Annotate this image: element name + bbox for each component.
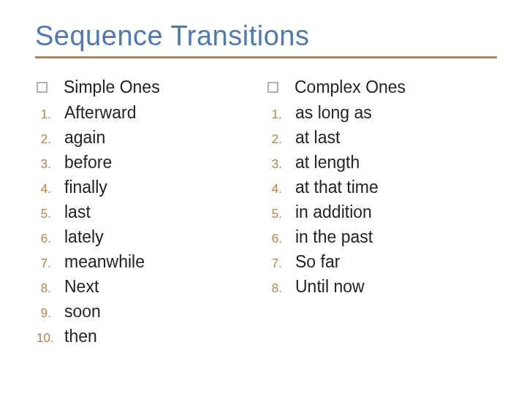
list-item: 2.at last — [267, 128, 497, 148]
item-text: then — [64, 327, 97, 346]
item-number: 10. — [37, 331, 64, 346]
list-item: 4.finally — [37, 178, 266, 197]
item-number: 2. — [267, 132, 295, 147]
item-text: Until now — [295, 277, 365, 297]
list-item: 1.Afterward — [37, 103, 266, 123]
item-number: 3. — [267, 157, 295, 172]
square-bullet-icon — [37, 82, 48, 93]
item-number: 5. — [37, 207, 64, 221]
right-heading-row: Complex Ones — [267, 77, 497, 97]
slide: Sequence Transitions Simple Ones 1.After… — [0, 0, 532, 399]
item-number: 6. — [37, 232, 64, 246]
list-item: 7.So far — [267, 252, 497, 272]
item-number: 4. — [37, 182, 64, 197]
item-text: in the past — [295, 227, 373, 247]
item-text: at last — [295, 128, 340, 148]
list-item: 5.last — [37, 202, 266, 222]
list-item: 6.lately — [37, 227, 266, 247]
item-number: 7. — [37, 256, 64, 271]
item-text: last — [64, 202, 91, 222]
title-underline — [35, 56, 497, 58]
list-item: 3.at length — [267, 153, 497, 172]
item-text: So far — [295, 252, 340, 272]
slide-title: Sequence Transitions — [35, 20, 497, 52]
item-number: 3. — [37, 157, 64, 172]
item-text: before — [64, 153, 112, 172]
list-item: 5.in addition — [267, 202, 497, 222]
item-text: meanwhile — [64, 252, 145, 272]
item-text: Next — [64, 277, 99, 297]
item-text: again — [64, 128, 105, 148]
square-bullet-icon — [267, 82, 278, 93]
item-text: soon — [64, 302, 101, 322]
item-text: lately — [64, 227, 104, 247]
item-number: 6. — [267, 232, 295, 246]
list-item: 10.then — [37, 327, 266, 346]
left-heading: Simple Ones — [64, 77, 160, 97]
item-number: 1. — [37, 107, 64, 122]
list-item: 8.Next — [37, 277, 266, 297]
item-text: at that time — [295, 178, 379, 197]
list-item: 8.Until now — [267, 277, 497, 297]
item-number: 8. — [37, 281, 64, 296]
list-item: 3.before — [37, 153, 266, 172]
item-number: 9. — [37, 306, 64, 321]
item-number: 4. — [267, 182, 295, 197]
item-text: Afterward — [64, 103, 136, 123]
item-text: in addition — [295, 202, 372, 222]
item-number: 5. — [267, 207, 295, 221]
item-number: 7. — [267, 256, 295, 271]
list-item: 1.as long as — [267, 103, 497, 123]
item-text: finally — [64, 178, 107, 197]
right-column: Complex Ones 1.as long as 2.at last 3.at… — [266, 77, 497, 352]
item-number: 1. — [267, 107, 295, 122]
left-heading-row: Simple Ones — [37, 77, 266, 97]
right-heading: Complex Ones — [294, 77, 406, 97]
list-item: 7.meanwhile — [37, 252, 266, 272]
item-text: at length — [295, 153, 360, 172]
item-number: 2. — [37, 132, 64, 147]
content-columns: Simple Ones 1.Afterward 2.again 3.before… — [35, 77, 497, 352]
item-number: 8. — [267, 281, 295, 296]
list-item: 9.soon — [37, 302, 266, 322]
item-text: as long as — [295, 103, 372, 123]
list-item: 2.again — [37, 128, 266, 148]
list-item: 4.at that time — [267, 178, 497, 197]
left-column: Simple Ones 1.Afterward 2.again 3.before… — [35, 77, 266, 352]
list-item: 6.in the past — [267, 227, 497, 247]
